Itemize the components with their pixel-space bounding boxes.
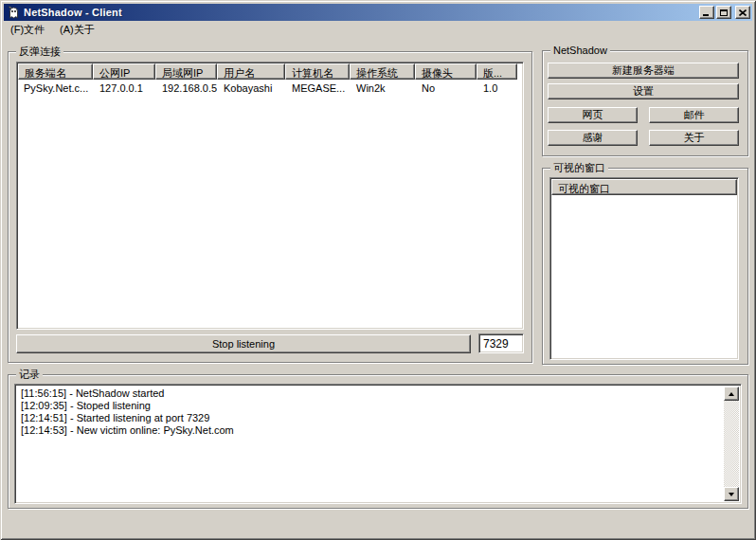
log-lines: [11:56:15] - NetShadow started [12:09:35… — [17, 387, 723, 501]
cell-server-name: PySky.Net.c... — [17, 82, 93, 94]
menubar: (F)文件 (A)关于 — [4, 21, 752, 38]
maximize-button[interactable] — [716, 6, 731, 19]
titlebar[interactable]: NetShadow - Client — [4, 4, 752, 21]
email-button[interactable]: 邮件 — [649, 107, 739, 123]
connections-group-label: 反弹连接 — [16, 45, 63, 58]
cell-lan-ip: 192.168.0.5 — [155, 82, 217, 94]
port-input[interactable] — [478, 333, 524, 353]
window-controls — [699, 6, 750, 19]
cell-webcam: No — [415, 82, 477, 94]
cell-username: Kobayashi — [217, 82, 285, 94]
scroll-down-button[interactable] — [724, 487, 739, 501]
new-server-button[interactable]: 新建服务器端 — [548, 63, 739, 79]
cell-os: Win2k — [350, 82, 415, 94]
minimize-icon — [703, 14, 709, 16]
thanks-button[interactable]: 感谢 — [548, 130, 638, 146]
netshadow-group: NetShadow 新建服务器端 设置 网页 邮件 感谢 关于 — [542, 50, 748, 156]
header-cell-version[interactable]: 版... — [477, 63, 517, 80]
visible-windows-list-header[interactable]: 可视的窗口 — [551, 179, 737, 195]
visible-windows-group: 可视的窗口 可视的窗口 — [542, 168, 748, 365]
maximize-icon — [720, 9, 728, 16]
netshadow-group-label: NetShadow — [550, 44, 610, 57]
scroll-up-button[interactable] — [724, 387, 739, 401]
header-cell-public-ip[interactable]: 公网IP — [93, 63, 155, 80]
visible-windows-list[interactable]: 可视的窗口 — [549, 177, 739, 360]
visible-windows-group-label: 可视的窗口 — [550, 161, 608, 174]
header-cell-server-name[interactable]: 服务端名 — [18, 63, 93, 80]
webpage-button[interactable]: 网页 — [548, 107, 638, 123]
app-window: NetShadow - Client (F)文件 (A)关于 反弹连接 服务端名… — [0, 0, 756, 540]
cell-public-ip: 127.0.0.1 — [93, 82, 155, 94]
stop-listening-button[interactable]: Stop listening — [16, 334, 471, 353]
log-group: 记录 [11:56:15] - NetShadow started [12:09… — [8, 374, 748, 509]
table-row[interactable]: PySky.Net.c... 127.0.0.1 192.168.0.5 Kob… — [17, 80, 523, 96]
log-scrollbar[interactable] — [724, 387, 739, 501]
connections-table: 服务端名 公网IP 局域网IP 用户名 计算机名 操作系统 摄像头 版... P… — [16, 62, 524, 330]
menu-about[interactable]: (A)关于 — [58, 21, 100, 39]
minimize-button[interactable] — [699, 6, 714, 19]
app-ghost-icon[interactable] — [6, 6, 21, 20]
header-cell-webcam[interactable]: 摄像头 — [415, 63, 477, 80]
log-textarea[interactable]: [11:56:15] - NetShadow started [12:09:35… — [14, 384, 742, 504]
close-icon — [739, 9, 747, 16]
arrow-up-icon — [729, 392, 734, 396]
cell-version: 1.0 — [477, 82, 517, 94]
about-button[interactable]: 关于 — [649, 130, 739, 146]
log-entry: [11:56:15] - NetShadow started — [21, 387, 723, 400]
menu-file[interactable]: (F)文件 — [9, 21, 50, 39]
log-entry: [12:09:35] - Stoped listening — [21, 400, 723, 412]
arrow-down-icon — [729, 493, 734, 496]
header-cell-lan-ip[interactable]: 局域网IP — [155, 63, 217, 80]
window-title: NetShadow - Client — [24, 7, 699, 18]
log-group-label: 记录 — [16, 368, 43, 381]
table-header-row: 服务端名 公网IP 局域网IP 用户名 计算机名 操作系统 摄像头 版... — [17, 63, 523, 80]
log-entry: [12:14:51] - Started listening at port 7… — [21, 412, 723, 424]
cell-computer-name: MEGASE... — [285, 82, 350, 94]
log-entry: [12:14:53] - New victim online: PySky.Ne… — [21, 424, 723, 437]
close-button[interactable] — [735, 6, 750, 19]
header-cell-os[interactable]: 操作系统 — [350, 63, 415, 80]
header-cell-username[interactable]: 用户名 — [217, 63, 285, 80]
header-cell-computer-name[interactable]: 计算机名 — [285, 63, 350, 80]
settings-button[interactable]: 设置 — [548, 83, 739, 99]
